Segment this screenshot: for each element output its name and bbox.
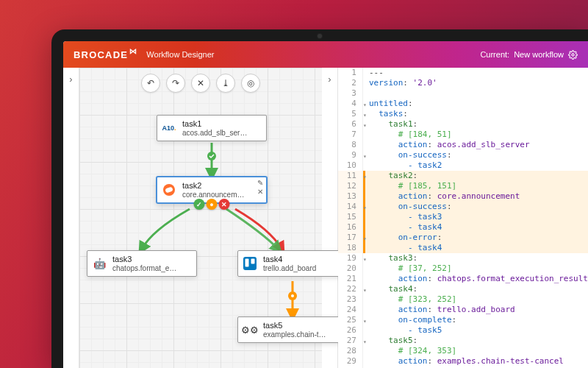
code-line[interactable]: 24 action: trello.add_board — [338, 305, 588, 315]
svg-rect-7 — [245, 259, 249, 267]
node-task4[interactable]: task4 trello.add_board — [237, 250, 348, 277]
code-line[interactable]: 6▾ task1: — [338, 119, 588, 130]
brand-logo-text: BROCADE — [74, 49, 128, 60]
code-line[interactable]: 16 - task4 — [338, 222, 588, 233]
node-subtitle: examples.chain-t… — [263, 330, 331, 339]
code-line[interactable]: 11▾ task2: — [338, 171, 588, 181]
chevron-right-icon: › — [328, 74, 331, 85]
code-line[interactable]: 18 - task4 — [338, 243, 588, 253]
code-line[interactable]: 4▾untitled: — [338, 99, 588, 109]
code-line[interactable]: 28 # [324, 353] — [338, 346, 588, 356]
code-line[interactable]: 26 - task5 — [338, 325, 588, 336]
brand-logo-mark: ⋈ — [129, 47, 137, 55]
title-bar: BROCADE ⋈ Workflow Designer Current: New… — [63, 41, 588, 68]
svg-point-1 — [207, 152, 216, 160]
pill-error-icon[interactable]: ✕ — [219, 199, 230, 210]
node-subtitle: acos.add_slb_ser… — [182, 129, 250, 138]
robot-icon: 🤖 — [92, 256, 107, 271]
svg-point-2 — [288, 291, 297, 300]
status-pills: ✓ ● ✕ — [194, 199, 230, 210]
current-label: Current: — [480, 50, 509, 59]
code-line[interactable]: 5▾ tasks: — [338, 109, 588, 119]
node-task5[interactable]: ⚙⚙ task5 examples.chain-t… — [237, 316, 348, 343]
node-title: task1 — [182, 119, 260, 129]
node-subtitle: core.announcem… — [182, 191, 250, 199]
gear-icon[interactable] — [568, 50, 578, 60]
code-line[interactable]: 8 action: acos.add_slb_server — [338, 140, 588, 150]
node-title: task5 — [263, 321, 341, 330]
run-button[interactable]: ◎ — [241, 74, 260, 93]
code-line[interactable]: 10 - task2 — [338, 160, 588, 171]
code-line[interactable]: 22▾ task4: — [338, 284, 588, 294]
code-line[interactable]: 7 # [184, 51] — [338, 130, 588, 140]
delete-node-icon[interactable]: ✕ — [257, 188, 263, 196]
brand-logo: BROCADE ⋈ — [74, 49, 137, 60]
code-line[interactable]: 20 # [37, 252] — [338, 263, 588, 274]
app-subtitle: Workflow Designer — [146, 50, 214, 59]
camera-dot — [318, 34, 322, 38]
code-line[interactable]: 29 action: examples.chain-test-cancel — [338, 356, 588, 367]
node-subtitle: trello.add_board — [263, 264, 331, 273]
pill-complete-icon[interactable]: ● — [207, 199, 218, 210]
redo-button[interactable]: ↷ — [166, 74, 185, 93]
gears-icon: ⚙⚙ — [243, 322, 257, 337]
node-title: task2 — [182, 181, 260, 191]
edit-node-icon[interactable]: ✎ — [257, 180, 263, 187]
canvas-toolbar: ↶ ↷ ✕ ⤓ ◎ — [141, 74, 260, 93]
code-line[interactable]: 3 — [338, 88, 588, 99]
workflow-canvas[interactable]: ↶ ↷ ✕ ⤓ ◎ — [79, 68, 322, 368]
svg-rect-8 — [251, 259, 255, 264]
rearrange-button[interactable]: ✕ — [191, 74, 210, 93]
code-line[interactable]: 15 - task3 — [338, 212, 588, 222]
stackstorm-icon — [162, 183, 176, 197]
code-line[interactable]: 13 action: core.announcement — [338, 191, 588, 202]
code-line[interactable]: 12 # [185, 151] — [338, 181, 588, 191]
node-task3[interactable]: 🤖 task3 chatops.format_e… — [87, 250, 197, 277]
svg-point-3 — [291, 294, 294, 297]
code-line[interactable]: 19▾ task3: — [338, 253, 588, 263]
svg-point-0 — [572, 53, 574, 55]
undo-button[interactable]: ↶ — [141, 74, 160, 93]
node-task2[interactable]: task2 core.announcem… ✎ ✕ ✓ ● ✕ — [157, 177, 267, 203]
save-button[interactable]: ⤓ — [216, 74, 235, 93]
pill-success-icon[interactable]: ✓ — [194, 199, 205, 210]
code-line[interactable]: 14▾ on-success: — [338, 202, 588, 212]
yaml-editor[interactable]: 1---2version: '2.0'34▾untitled:5▾ tasks:… — [338, 68, 588, 368]
code-line[interactable]: 27▾ task5: — [338, 336, 588, 346]
current-workflow[interactable]: Current: New workflow — [480, 50, 578, 60]
node-title: task3 — [112, 255, 190, 264]
current-value: New workflow — [514, 50, 564, 59]
node-task1[interactable]: A10. task1 acos.add_slb_ser… — [157, 115, 267, 141]
node-title: task4 — [263, 255, 341, 264]
code-line[interactable]: 1--- — [338, 68, 588, 78]
code-line[interactable]: 17▾ on-error: — [338, 233, 588, 243]
code-line[interactable]: 9▾ on-success: — [338, 150, 588, 160]
trello-icon — [243, 256, 257, 271]
code-line[interactable]: 25▾ on-complete: — [338, 315, 588, 325]
left-rail-toggle[interactable]: › — [63, 68, 79, 368]
node-subtitle: chatops.format_e… — [112, 264, 180, 273]
a10-icon: A10. — [162, 121, 176, 135]
code-line[interactable]: 23 # [323, 252] — [338, 294, 588, 305]
brand: BROCADE ⋈ Workflow Designer — [74, 49, 214, 60]
chevron-right-icon: › — [69, 74, 72, 85]
code-line[interactable]: 21 action: chatops.format_execution_resu… — [338, 274, 588, 284]
code-line[interactable]: 2version: '2.0' — [338, 78, 588, 88]
